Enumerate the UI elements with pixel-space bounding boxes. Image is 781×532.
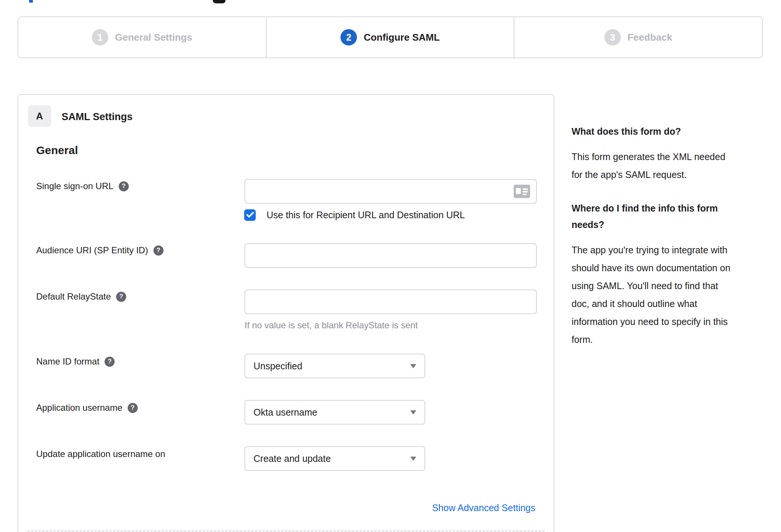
audience-uri-label: Audience URI (SP Entity ID) ? (36, 245, 164, 256)
sso-url-input-wrap (245, 179, 537, 204)
clipped-blue-fragment (29, 0, 33, 3)
audience-uri-label-text: Audience URI (SP Entity ID) (36, 245, 148, 256)
application-username-value: Okta username (253, 407, 317, 418)
name-id-format-select[interactable]: Unspecified (245, 354, 425, 378)
recipient-url-checkbox[interactable] (244, 209, 256, 221)
application-username-help-icon[interactable]: ? (128, 403, 138, 413)
saml-settings-title: SAML Settings (62, 111, 133, 123)
contact-card-icon[interactable] (514, 185, 530, 198)
update-username-value: Create and update (253, 453, 331, 464)
audience-uri-input[interactable] (245, 244, 536, 267)
section-a-badge: A (28, 105, 51, 127)
sidebar-paragraph-what: This form generates the XML needed for t… (572, 148, 764, 184)
stepper-step-feedback[interactable]: 3 Feedback (514, 17, 762, 57)
wizard-stepper: 1 General Settings 2 Configure SAML 3 Fe… (18, 16, 763, 58)
clipped-app-logo-fragment (213, 0, 225, 3)
step-label: General Settings (115, 32, 192, 43)
name-id-format-help-icon[interactable]: ? (105, 357, 115, 367)
audience-uri-input-wrap (245, 243, 537, 268)
update-username-select[interactable]: Create and update (245, 446, 425, 471)
dashed-section-divider (27, 531, 545, 531)
name-id-format-label-text: Name ID format (36, 356, 99, 367)
update-username-label-text: Update application username on (36, 449, 165, 459)
application-username-select[interactable]: Okta username (245, 400, 425, 425)
step-number-badge: 2 (340, 29, 357, 46)
default-relaystate-help-icon[interactable]: ? (116, 292, 126, 302)
relaystate-hint: If no value is set, a blank RelayState i… (245, 320, 418, 331)
application-username-label: Application username ? (36, 403, 138, 413)
audience-uri-help-icon[interactable]: ? (153, 245, 164, 256)
general-section-heading: General (36, 144, 78, 157)
help-sidebar: What does this form do? This form genera… (572, 123, 764, 365)
recipient-url-checkbox-row: Use this for Recipient URL and Destinati… (244, 209, 465, 221)
default-relaystate-label: Default RelayState ? (36, 291, 126, 302)
stepper-step-general-settings[interactable]: 1 General Settings (18, 17, 266, 57)
default-relaystate-input-wrap (245, 290, 537, 314)
default-relaystate-label-text: Default RelayState (36, 291, 111, 302)
step-number-badge: 1 (92, 29, 108, 46)
default-relaystate-input[interactable] (245, 290, 536, 313)
sidebar-heading-what: What does this form do? (572, 123, 764, 140)
chevron-down-icon (410, 410, 416, 414)
show-advanced-settings-link[interactable]: Show Advanced Settings (432, 503, 535, 513)
chevron-down-icon (410, 457, 416, 461)
update-username-label: Update application username on (36, 449, 165, 459)
name-id-format-value: Unspecified (253, 361, 302, 372)
chevron-down-icon (410, 364, 416, 368)
sidebar-paragraph-where: The app you're trying to integrate with … (572, 241, 764, 348)
application-username-label-text: Application username (36, 403, 122, 413)
saml-settings-card: A SAML Settings General Single sign-on U… (18, 94, 554, 532)
stepper-step-configure-saml[interactable]: 2 Configure SAML (266, 17, 514, 57)
step-number-badge: 3 (604, 29, 621, 46)
name-id-format-label: Name ID format ? (36, 356, 115, 367)
sso-url-help-icon[interactable]: ? (119, 181, 129, 191)
sso-url-label: Single sign-on URL ? (36, 181, 129, 191)
sso-url-label-text: Single sign-on URL (36, 181, 113, 191)
recipient-url-checkbox-label: Use this for Recipient URL and Destinati… (267, 210, 465, 220)
sso-url-input[interactable] (245, 180, 536, 203)
sidebar-heading-where: Where do I find the info this form needs… (572, 200, 764, 233)
step-label: Feedback (628, 32, 672, 43)
step-label: Configure SAML (364, 32, 440, 43)
